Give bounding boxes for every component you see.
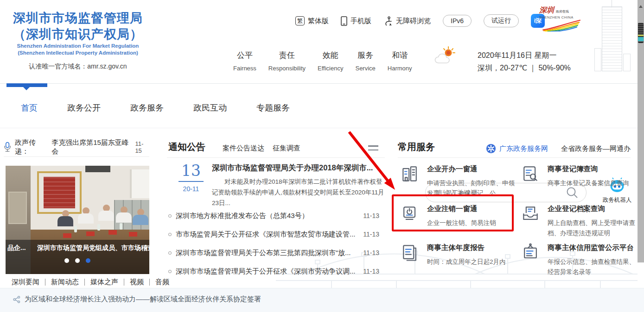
tab-notices[interactable]: 通知公告 — [168, 141, 205, 153]
service-company-deregistration[interactable]: 企业注销一窗通 企业一般注销、简易注销 — [400, 203, 516, 228]
services-header: 常用服务 广东政务服务网 全省政务服务—网通办 — [398, 139, 631, 158]
list-item[interactable]: 深圳市市场监督管理局关于公布第三批第四批深圳市“放... 11-13 — [168, 243, 379, 262]
ipv6-badge[interactable]: IPv6 — [443, 15, 472, 27]
accessibility-icon — [383, 16, 393, 25]
service-annual-report[interactable]: 商事主体年度报告 时间：成立周年之日起2月内 — [400, 242, 516, 267]
tab-case-announcements[interactable]: 案件公告送达 — [223, 144, 264, 153]
traditional-version-link[interactable]: 繁 繁体版 — [295, 16, 329, 25]
share-icon — [13, 296, 20, 303]
accessibility-label: 无障碍浏览 — [396, 17, 431, 25]
list-item[interactable]: 深圳市市场监督管理局关于公开征求《深圳市劳动争议调... 11-13 — [168, 262, 379, 281]
notice-list: 深圳市地方标准批准发布公告（总第43号） 11-13 市市场监管局关于公开征求《… — [168, 206, 379, 281]
org-title-en-line1: Shenzhen Administration For Market Regul… — [8, 43, 147, 50]
news-category-links: 深圳要闻 新闻动态 媒体之声 视频 音频 — [12, 278, 169, 287]
bullet-icon — [168, 233, 172, 236]
divider — [84, 279, 85, 286]
nav-item-gov-info[interactable]: 政务公开 — [67, 102, 101, 113]
rainbow-swoosh-icon — [539, 19, 584, 31]
trial-run-badge[interactable]: 试运行 — [484, 14, 519, 27]
featured-notice-title[interactable]: 深圳市市场监督管理局关于办理2018年深圳市... — [212, 163, 385, 173]
traditional-label: 繁体版 — [308, 17, 329, 25]
value-efficiency: 效能 Efficiency — [318, 50, 343, 72]
site-logo[interactable]: 深圳市市场监督管理局 （深圳市知识产权局） Shenzhen Administr… — [8, 10, 147, 71]
value-responsibility: 责任 Responsibility — [268, 50, 306, 72]
featured-date-block: 13 20-11 — [178, 162, 204, 193]
province-network-link[interactable]: 全省政务服务—网通办 — [561, 144, 631, 153]
news-carousel[interactable]: 品企... 深圳市市场监管局党组成员、市市场稽查局局 — [6, 166, 149, 274]
utility-bar: 繁 繁体版 手机版 无障碍浏览 IPv6 试运行 i深 — [295, 14, 545, 28]
service-company-opening[interactable]: 企业开办一窗通 申请营业执照、刻制印章、申领发票、员工参保登记、公... — [400, 163, 516, 199]
traditional-icon: 繁 — [295, 16, 305, 25]
sign-board-icon — [520, 242, 542, 278]
scrollbar-thumb[interactable] — [638, 23, 644, 43]
report-pages-icon — [400, 242, 421, 267]
phone-icon — [341, 16, 347, 26]
featured-day: 13 — [178, 162, 204, 180]
featured-month: 20-11 — [178, 185, 204, 193]
service-registry-query[interactable]: 商事登记簿查询 商事主体登记及备案信息查询 — [520, 163, 637, 188]
active-tab-indicator — [6, 83, 47, 87]
archive-tray-icon — [520, 203, 542, 239]
power-icon — [400, 203, 421, 228]
divider — [45, 279, 45, 286]
guangdong-portal-link[interactable]: 广东政务服务网 — [486, 144, 548, 154]
bullet-icon — [168, 251, 172, 255]
official-domain-note: 认准唯一官方域名：amr.sz.gov.cn — [8, 62, 147, 71]
nav-item-gov-services[interactable]: 政务服务 — [130, 102, 164, 113]
core-values-row: 公平 Fairness 责任 Responsibility 效能 Efficie… — [233, 50, 412, 72]
featured-notice-summary: 对未能及时办理2018年深圳市第二批计算机软件著作权登记资助领款手续的申请人,领… — [212, 176, 385, 209]
ticker-text: 为区域和全球经济增长注入强劲动力——解读区域全面经济伙伴关系协定签署 — [25, 295, 261, 304]
mobile-version-link[interactable]: 手机版 — [341, 16, 371, 26]
org-title-cn-line1: 深圳市市场监督管理局 — [8, 10, 147, 26]
mobile-label: 手机版 — [351, 17, 371, 25]
service-archive-query[interactable]: 企业登记档案查询 网上自助查档、网上受理申请查档、办理违法违规证明 — [520, 203, 637, 239]
broadcast-row: 政声传递： 李克强出席第15届东亚峰会 11-15 — [4, 137, 149, 157]
bullet-icon — [168, 270, 172, 273]
carousel-caption-bar: 品企... 深圳市市场监管局党组成员、市市场稽查局局 — [6, 240, 149, 274]
carousel-dot-1[interactable] — [64, 258, 69, 263]
link-audio[interactable]: 音频 — [155, 278, 169, 287]
carousel-prev-caption: 品企... — [7, 244, 26, 252]
service-credit-platform[interactable]: 商事主体信用监管公示平台 年报公示信息、抽查检查结果、经营异常名录等 — [520, 242, 637, 278]
org-title-en-line2: (Shenzhen Intellectual Property Administ… — [8, 50, 147, 56]
broadcast-label: 政声传递： — [15, 138, 48, 156]
divider — [179, 181, 204, 182]
notices-header: 通知公告 案件公告送达 征集调查 — [167, 139, 385, 158]
tab-surveys[interactable]: 征集调查 — [273, 144, 300, 153]
link-news-updates[interactable]: 新闻动态 — [51, 278, 79, 287]
carousel-dots — [6, 258, 149, 263]
page: 深圳市市场监督管理局 （深圳市知识产权局） Shenzhen Administr… — [0, 0, 644, 312]
link-media-voice[interactable]: 媒体之声 — [90, 278, 118, 287]
list-item[interactable]: 市市场监管局关于公开征求《深圳市智慧农贸市场建设管... 11-13 — [168, 225, 379, 243]
document-search-icon — [520, 163, 542, 188]
broadcast-date: 11-15 — [135, 140, 149, 154]
weather-icon — [434, 46, 457, 67]
link-shenzhen-news[interactable]: 深圳要闻 — [12, 278, 39, 287]
flower-icon — [486, 144, 496, 154]
broadcast-headline[interactable]: 李克强出席第15届东亚峰会 — [51, 138, 131, 156]
scrollbar-up-arrow[interactable] — [639, 3, 643, 8]
accessibility-link[interactable]: 无障碍浏览 — [383, 16, 431, 25]
value-service: 服务 Service — [355, 50, 375, 72]
main-nav: 首页 政务公开 政务服务 政民互动 专题服务 — [21, 102, 290, 113]
carousel-dot-3[interactable] — [86, 258, 90, 263]
date-weather-block: 2020年11月16日 星期一 深圳，20-27℃ ｜ 50%-90% — [478, 49, 571, 74]
divider — [149, 279, 150, 286]
date-line: 2020年11月16日 星期一 — [478, 49, 571, 62]
nav-item-special-services[interactable]: 专题服务 — [256, 102, 290, 113]
divider — [124, 279, 124, 286]
nav-item-home[interactable]: 首页 — [21, 102, 38, 113]
building-sketch — [593, 2, 631, 71]
list-item[interactable]: 深圳市地方标准批准发布公告（总第43号） 11-13 — [168, 206, 379, 225]
more-icon[interactable] — [368, 145, 378, 153]
link-video[interactable]: 视频 — [130, 278, 144, 287]
value-fairness: 公平 Fairness — [233, 50, 256, 72]
nav-item-interaction[interactable]: 政民互动 — [193, 102, 227, 113]
shenzhen-gov-logo: 深圳 政府在线 SHENZHEN CHINA — [539, 6, 587, 33]
services-title: 常用服务 — [398, 141, 435, 153]
carousel-caption[interactable]: 深圳市市场监管局党组成员、市市场稽查局局 — [37, 244, 149, 252]
scrollbar-track[interactable] — [638, 0, 644, 262]
footer-ticker[interactable]: 为区域和全球经济增长注入强劲动力——解读区域全面经济伙伴关系协定签署 — [13, 295, 261, 304]
weather-line: 深圳，20-27℃ ｜ 50%-90% — [478, 62, 571, 74]
carousel-dot-2[interactable] — [75, 258, 80, 263]
